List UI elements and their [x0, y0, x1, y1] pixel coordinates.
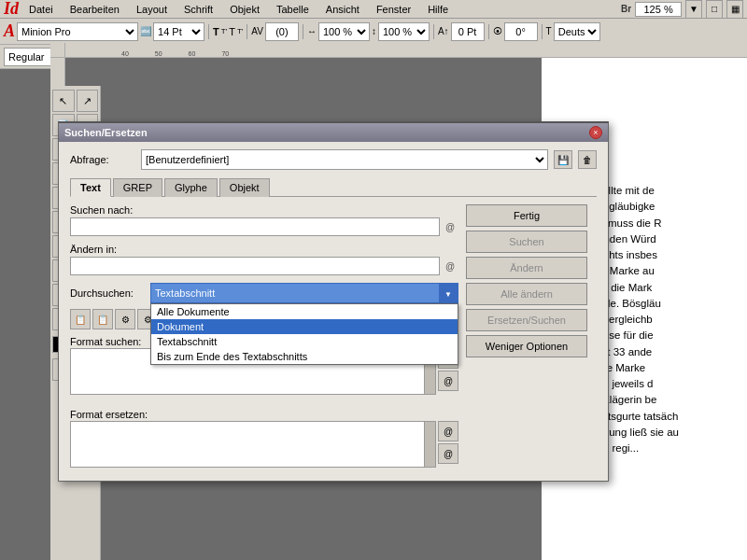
baseline-input[interactable] [451, 22, 485, 41]
vscale-select[interactable]: 100 % [378, 22, 430, 41]
suchen-nach-icon[interactable]: @ [442, 218, 458, 235]
menu-hilfe[interactable]: Hilfe [425, 3, 451, 16]
aendern-button[interactable]: Ändern [466, 257, 587, 279]
zoom-dropdown[interactable]: ▼ [685, 0, 702, 19]
dialog-left-panel: Suchen nach: @ Ändern in: @ [70, 204, 458, 473]
dropdown-item-bis-ende[interactable]: Bis zum Ende des Textabschnitts [151, 349, 458, 364]
format-ersetzen-area [70, 421, 436, 468]
tool-row-1: ↖ ↗ [52, 90, 98, 112]
format-ersetzen-label: Format ersetzen: [70, 409, 148, 420]
menu-schrift[interactable]: Schrift [181, 3, 216, 16]
dialog-right-panel: Fertig Suchen Ändern Alle ändern Ersetze… [466, 204, 597, 473]
dropdown-item-dokument[interactable]: Dokument [151, 319, 458, 334]
tab-grep[interactable]: GREP [113, 178, 162, 197]
dropdown-item-textabschnitt[interactable]: Textabschnitt [151, 334, 458, 349]
tracking-input[interactable] [265, 22, 299, 41]
dialog-close-button[interactable]: × [589, 126, 602, 139]
icon-btn-2[interactable]: 📋 [92, 309, 113, 329]
format-ersetzen-scrollbar[interactable] [424, 422, 435, 467]
menu-datei[interactable]: Datei [26, 3, 56, 16]
lang-select[interactable]: Deuts... [554, 22, 600, 41]
tab-objekt[interactable]: Objekt [219, 178, 270, 197]
menu-layout[interactable]: Layout [134, 3, 170, 16]
menu-ansicht[interactable]: Ansicht [323, 3, 362, 16]
format-ersetzen-icon1[interactable]: @ [438, 421, 458, 441]
tt-label2: T' [221, 27, 227, 35]
tab-text[interactable]: Text [70, 178, 111, 197]
durchsuchen-select-display[interactable]: Textabschnitt ▼ [150, 283, 458, 303]
dialog-body: Abfrage: [Benutzerdefiniert] 💾 🗑 Text GR… [59, 142, 608, 481]
suchen-button[interactable]: Suchen [466, 231, 587, 253]
baseline-icon: A↑ [438, 26, 449, 36]
aendern-in-icon[interactable]: @ [442, 258, 458, 274]
durchsuchen-label: Durchsuchen: [70, 287, 145, 299]
alle-aendern-button[interactable]: Alle ändern [466, 283, 587, 305]
delete-query-btn[interactable]: 🗑 [578, 150, 597, 169]
format-ersetzen-section: Format ersetzen: @ @ [70, 408, 458, 473]
ruler-tick-60: 60 [189, 50, 196, 57]
save-query-btn[interactable]: 💾 [554, 150, 572, 169]
ruler-tick-40: 40 [121, 50, 129, 57]
bridge-icon: Br [621, 4, 631, 14]
font-size-select[interactable]: 14 Pt [153, 22, 204, 41]
va-icon: AV [251, 26, 263, 36]
menubar: Id Datei Bearbeiten Layout Schrift Objek… [0, 0, 747, 19]
fertig-button[interactable]: Fertig [466, 204, 587, 227]
suchen-nach-group: Suchen nach: @ [70, 204, 458, 236]
weniger-optionen-button[interactable]: Weniger Optionen [466, 335, 587, 357]
select-tool[interactable]: ↖ [52, 90, 75, 112]
tab-glyphe[interactable]: Glyphe [164, 178, 218, 197]
direct-select-tool[interactable]: ↗ [77, 90, 99, 112]
ersetzen-suchen-button[interactable]: Ersetzen/Suchen [466, 309, 587, 331]
ruler-horizontal: 40 50 60 70 [65, 43, 747, 58]
format-ersetzen-inner [71, 422, 435, 426]
query-label: Abfrage: [70, 154, 135, 165]
zoom-level[interactable]: 125 % [635, 2, 682, 17]
menu-bearbeiten[interactable]: Bearbeiten [67, 3, 122, 16]
aendern-in-group: Ändern in: @ [70, 244, 458, 275]
font-style-icon: 🔤 [140, 26, 151, 36]
scale-icon: ↔ [307, 26, 317, 36]
angle-input[interactable] [504, 22, 538, 41]
hscale-select[interactable]: 100 % [318, 22, 370, 41]
format-suchen-icon2[interactable]: @ [438, 371, 458, 391]
format-suchen-label: Format suchen: [70, 336, 141, 347]
menu-items: Datei Bearbeiten Layout Schrift Objekt T… [26, 3, 451, 16]
vscale-icon: ↕ [372, 26, 376, 36]
lang-icon: T [546, 26, 552, 36]
suchen-nach-input[interactable] [70, 217, 440, 236]
menu-fenster[interactable]: Fenster [374, 3, 414, 16]
ruler-tick-70: 70 [221, 50, 229, 57]
durchsuchen-value: Textabschnitt [155, 287, 215, 299]
dialog-tabs: Text GREP Glyphe Objekt [70, 177, 597, 197]
suchen-nach-row: @ [70, 217, 458, 236]
view-btn1[interactable]: □ [706, 0, 723, 19]
indesign-a-icon: A [4, 21, 15, 41]
font-name-select[interactable]: Minion Pro [17, 22, 138, 41]
angle-icon: ⦿ [493, 26, 502, 36]
menu-tabelle[interactable]: Tabelle [274, 3, 312, 16]
ruler-corner [50, 43, 65, 58]
menu-objekt[interactable]: Objekt [227, 3, 262, 16]
durchsuchen-dropdown-container: Textabschnitt ▼ Alle Dokumente Dokument … [150, 283, 458, 303]
view-btn2[interactable]: ▦ [726, 0, 743, 19]
aendern-in-label: Ändern in: [70, 244, 458, 255]
dialog-titlebar[interactable]: Suchen/Ersetzen × [59, 123, 608, 142]
tt-label3: T [229, 26, 235, 37]
durchsuchen-arrow[interactable]: ▼ [439, 284, 458, 304]
menubar-right: Br 125 % ▼ □ ▦ [621, 0, 743, 19]
format-ersetzen-row: @ @ [70, 421, 458, 473]
tt-label1: T [213, 26, 219, 37]
dropdown-item-alle[interactable]: Alle Dokumente [151, 304, 458, 319]
durchsuchen-dropdown-menu: Alle Dokumente Dokument Textabschnitt Bi… [150, 303, 458, 365]
aendern-in-row: @ [70, 257, 458, 275]
icon-btn-3[interactable]: ⚙ [115, 309, 135, 329]
aendern-in-input[interactable] [70, 257, 440, 275]
app-logo: Id [4, 0, 19, 19]
format-ersetzen-icon2[interactable]: @ [438, 443, 458, 464]
ruler-tick-50: 50 [155, 50, 162, 57]
icon-btn-1[interactable]: 📋 [70, 309, 91, 329]
query-select[interactable]: [Benutzerdefiniert] [141, 149, 548, 170]
canvas-area: 40 50 60 70 euGH stellte mit de g der Bö… [50, 43, 747, 560]
find-replace-dialog: Suchen/Ersetzen × Abfrage: [Benutzerdefi… [58, 121, 609, 482]
